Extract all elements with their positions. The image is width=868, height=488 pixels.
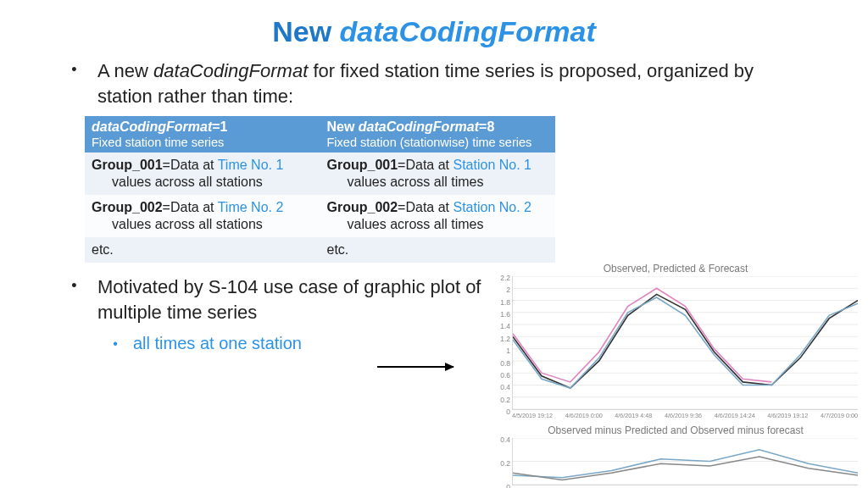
h: Time No. 1	[218, 158, 284, 172]
table-row: Group_001=Data at Time No. 1 values acro…	[85, 152, 555, 195]
sub-bullet-text: all times at one station	[133, 334, 302, 353]
chart-2: Observed minus Predicted and Observed mi…	[490, 424, 861, 488]
cell-l1: Group_001=Data at Time No. 1 values acro…	[85, 152, 320, 195]
thl-sub: Fixed station time series	[92, 136, 314, 149]
cell-l3: etc.	[85, 237, 320, 263]
sub-bullet-dot: •	[97, 334, 133, 354]
s: values across all times	[327, 216, 549, 233]
s: values across all stations	[92, 216, 314, 233]
h: Station No. 1	[453, 158, 531, 172]
th-left: dataCodingFormat=1 Fixed station time se…	[85, 116, 320, 152]
thl-b2: =1	[212, 119, 227, 134]
m: =Data at	[163, 158, 218, 172]
chart-1-xticks: 4/5/2019 19:124/6/2019 0:004/6/2019 4:48…	[512, 412, 858, 419]
h: Time No. 2	[218, 200, 284, 214]
cell-r1: Group_001=Data at Station No. 1 values a…	[320, 152, 556, 195]
chart-1-title: Observed, Predicted & Forecast	[490, 263, 861, 274]
chart-2-yticks: 0.40.20	[493, 440, 510, 487]
chart-1-svg	[513, 276, 858, 409]
cell-r2: Group_002=Data at Station No. 2 values a…	[320, 195, 556, 237]
thr-b0: New	[327, 119, 359, 134]
thr-b2: =8	[479, 119, 494, 134]
cell-r3: etc.	[320, 237, 556, 263]
thr-b1: dataCodingFormat	[359, 119, 479, 134]
table-row: etc. etc.	[85, 237, 555, 263]
table-row: Group_002=Data at Time No. 2 values acro…	[85, 195, 555, 237]
m: =Data at	[398, 158, 453, 172]
slide-title: New dataCodingFormat	[0, 0, 868, 58]
bullet-2-text: Motivated by S-104 use case of graphic p…	[97, 274, 526, 325]
chart-1-area	[512, 276, 858, 410]
title-dcf: dataCodingFormat	[340, 15, 596, 47]
s: values across all times	[327, 174, 549, 191]
g: Group_002	[327, 200, 398, 214]
m: =Data at	[398, 200, 453, 214]
h: Station No. 2	[453, 200, 531, 214]
chart-2-svg	[513, 438, 858, 485]
chart-2-area	[512, 438, 858, 485]
chart-1: Observed, Predicted & Forecast 2.221.81.…	[490, 263, 861, 419]
title-new: New	[272, 15, 331, 47]
bullet-1: • A new dataCodingFormat for fixed stati…	[51, 58, 800, 109]
chart-1-yticks: 2.221.81.61.41.210.80.60.40.20	[493, 278, 510, 412]
g: Group_002	[92, 200, 163, 214]
m: =Data at	[163, 200, 218, 214]
bullet-2: • Motivated by S-104 use case of graphic…	[51, 274, 526, 325]
sub-bullet: • all times at one station	[97, 334, 526, 354]
g: Group_001	[92, 158, 163, 172]
bullet-1-text: A new dataCodingFormat for fixed station…	[97, 58, 800, 109]
bullet-dot: •	[51, 58, 97, 80]
thr-sub: Fixed station (stationwise) time series	[327, 136, 549, 149]
s: values across all stations	[92, 174, 314, 191]
arrow-icon	[377, 366, 453, 368]
comparison-table: dataCodingFormat=1 Fixed station time se…	[85, 116, 555, 263]
charts-panel: Observed, Predicted & Forecast 2.221.81.…	[490, 263, 861, 488]
b1-pre: A new	[97, 60, 153, 81]
th-right: New dataCodingFormat=8 Fixed station (st…	[320, 116, 556, 152]
g: Group_001	[327, 158, 398, 172]
chart-2-title: Observed minus Predicted and Observed mi…	[490, 424, 861, 436]
b1-ital: dataCodingFormat	[153, 60, 308, 81]
bullet-dot: •	[51, 274, 97, 297]
cell-l2: Group_002=Data at Time No. 2 values acro…	[85, 195, 320, 237]
thl-b1: dataCodingFormat	[92, 119, 212, 134]
